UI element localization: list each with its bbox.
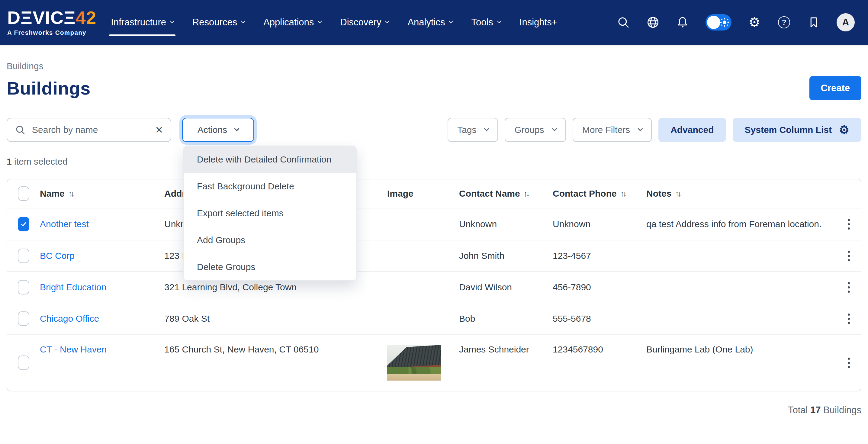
notifications-bell-icon[interactable] <box>676 16 689 29</box>
nav-item-resources[interactable]: Resources <box>192 13 245 32</box>
contact-phone-cell: 555-5678 <box>553 303 646 334</box>
nav-item-insights[interactable]: Insights+ <box>520 13 557 32</box>
nav-item-analytics[interactable]: Analytics <box>407 13 453 32</box>
table-row: Chicago Office 789 Oak St Bob 555-5678 <box>7 303 861 334</box>
building-name-link[interactable]: BC Corp <box>40 251 74 261</box>
search-placeholder: Search by name <box>32 125 149 135</box>
chevron-down-icon <box>318 19 322 23</box>
menu-item-export-selected-items[interactable]: Export selected items <box>184 200 356 226</box>
table-total: Total 17 Buildings <box>7 405 861 416</box>
buildings-table: Name↑↓Address↑↓ImageContact Name↑↓Contac… <box>7 179 861 391</box>
table-header: Name↑↓Address↑↓ImageContact Name↑↓Contac… <box>7 180 861 209</box>
building-photo <box>387 345 441 381</box>
select-all-checkbox[interactable] <box>18 186 29 201</box>
chevron-down-icon <box>552 126 557 131</box>
actions-dropdown-button[interactable]: Actions <box>182 118 254 142</box>
notes-cell: qa test Address info from Foreman locati… <box>646 209 835 240</box>
table-body: Another test Unknown Unknown Unknown qa … <box>7 209 861 391</box>
column-header-contact-name[interactable]: Contact Name↑↓ <box>459 180 553 208</box>
column-header-image: Image <box>387 180 459 208</box>
column-header-contact-phone[interactable]: Contact Phone↑↓ <box>553 180 646 208</box>
table-row: CT - New Haven 165 Church St, New Haven,… <box>7 334 861 391</box>
search-icon[interactable] <box>617 16 630 29</box>
image-cell <box>387 272 459 303</box>
clear-search-icon[interactable]: × <box>155 124 163 136</box>
building-name-link[interactable]: Chicago Office <box>40 314 99 324</box>
filter-more-filters[interactable]: More Filters <box>572 118 652 142</box>
gear-icon: ⚙ <box>839 124 849 136</box>
contact-name-cell: James Schneider <box>459 335 553 391</box>
advanced-button[interactable]: Advanced <box>658 118 726 142</box>
building-name-link[interactable]: CT - New Haven <box>40 344 106 355</box>
chevron-down-icon <box>497 19 501 23</box>
image-cell <box>387 303 459 334</box>
sort-icon[interactable]: ↑↓ <box>620 189 625 198</box>
help-icon[interactable]: ? <box>777 16 791 29</box>
sort-icon[interactable]: ↑↓ <box>68 189 73 198</box>
row-checkbox[interactable] <box>18 280 29 294</box>
menu-item-delete-groups[interactable]: Delete Groups <box>184 253 356 280</box>
row-menu-button[interactable] <box>845 248 853 264</box>
table-row: Another test Unknown Unknown Unknown qa … <box>7 209 861 240</box>
building-name-link[interactable]: Another test <box>40 219 89 229</box>
address-cell: 165 Church St, New Haven, CT 06510 <box>164 335 387 391</box>
nav-menu: InfrastructureResourcesApplicationsDisco… <box>111 13 557 32</box>
image-cell <box>387 241 459 271</box>
notes-cell: Burlingame Lab (One Lab) <box>646 335 835 391</box>
row-menu-button[interactable] <box>845 216 853 232</box>
chevron-down-icon <box>385 19 389 23</box>
row-menu-button[interactable] <box>845 355 853 371</box>
top-navigation: DΞVICΞ42 A Freshworks Company Infrastruc… <box>0 0 868 45</box>
table-row: Bright Education 321 Learning Blvd, Coll… <box>7 271 861 303</box>
menu-item-add-groups[interactable]: Add Groups <box>184 226 356 253</box>
logo-accent-42: 42 <box>76 7 97 28</box>
nav-divider <box>0 45 868 46</box>
filter-chips: TagsGroupsMore FiltersAdvancedSystem Col… <box>447 118 861 142</box>
contact-phone-cell: 123-4567 <box>553 241 646 271</box>
nav-item-tools[interactable]: Tools <box>471 13 500 32</box>
sun-icon <box>723 21 726 24</box>
notes-cell <box>646 241 835 271</box>
column-header-name[interactable]: Name↑↓ <box>40 180 164 208</box>
globe-icon[interactable] <box>646 16 660 29</box>
nav-item-discovery[interactable]: Discovery <box>340 13 389 32</box>
user-avatar[interactable]: A <box>837 13 855 31</box>
contact-phone-cell: 1234567890 <box>553 335 646 391</box>
contact-name-cell: David Wilson <box>459 272 553 303</box>
sort-icon[interactable]: ↑↓ <box>675 189 680 198</box>
menu-item-fast-background-delete[interactable]: Fast Background Delete <box>184 173 356 200</box>
row-checkbox[interactable] <box>18 311 29 326</box>
filter-groups[interactable]: Groups <box>505 118 566 142</box>
chevron-down-icon <box>484 126 489 131</box>
building-name-link[interactable]: Bright Education <box>40 282 106 292</box>
menu-item-delete-with-detailed-confirmation[interactable]: Delete with Detailed Confirmation <box>184 146 356 173</box>
device42-logo[interactable]: DΞVICΞ42 A Freshworks Company <box>7 9 96 36</box>
chevron-down-icon <box>170 19 174 23</box>
selection-status: 1 item selected <box>7 156 861 167</box>
row-checkbox[interactable] <box>18 249 29 263</box>
nav-item-infrastructure[interactable]: Infrastructure <box>111 13 174 32</box>
search-field-icon <box>15 125 25 135</box>
theme-toggle[interactable] <box>706 14 732 31</box>
filter-tags[interactable]: Tags <box>447 118 498 142</box>
row-menu-button[interactable] <box>845 279 853 296</box>
search-input[interactable]: Search by name × <box>7 118 171 142</box>
logo-wordmark: DΞVICΞ42 <box>7 9 96 27</box>
breadcrumb[interactable]: Buildings <box>7 61 861 71</box>
image-cell <box>387 335 459 391</box>
sort-icon[interactable]: ↑↓ <box>524 189 529 198</box>
row-checkbox[interactable] <box>18 355 29 370</box>
contact-name-cell: Unknown <box>459 209 553 240</box>
row-checkbox[interactable] <box>18 217 29 231</box>
column-header-notes[interactable]: Notes↑↓ <box>646 180 835 208</box>
table-row: BC Corp 123 Main St John Smith 123-4567 <box>7 240 861 271</box>
settings-gear-icon[interactable]: ⚙ <box>748 16 761 29</box>
bookmark-icon[interactable] <box>807 16 820 29</box>
system-column-list-button[interactable]: System Column List⚙ <box>733 118 861 142</box>
create-button[interactable]: Create <box>809 76 862 100</box>
row-menu-button[interactable] <box>845 311 853 327</box>
contact-phone-cell: Unknown <box>553 209 646 240</box>
nav-item-applications[interactable]: Applications <box>264 13 321 32</box>
contact-phone-cell: 456-7890 <box>553 272 646 303</box>
logo-tagline: A Freshworks Company <box>7 30 96 36</box>
